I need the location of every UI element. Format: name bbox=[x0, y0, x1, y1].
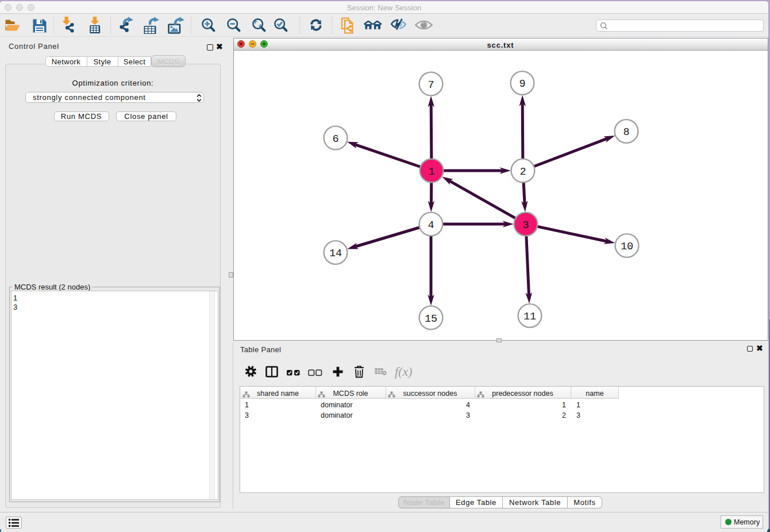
svg-text:8: 8 bbox=[623, 126, 629, 138]
svg-text:15: 15 bbox=[425, 313, 437, 325]
svg-text:1: 1 bbox=[428, 166, 434, 178]
svg-text:14: 14 bbox=[329, 248, 342, 260]
svg-text:11: 11 bbox=[523, 311, 536, 323]
svg-text:2: 2 bbox=[519, 166, 526, 178]
svg-text:7: 7 bbox=[428, 79, 434, 91]
svg-text:4: 4 bbox=[428, 219, 434, 232]
svg-text:10: 10 bbox=[621, 241, 633, 253]
svg-text:9: 9 bbox=[519, 78, 525, 90]
svg-text:6: 6 bbox=[332, 133, 338, 145]
svg-text:3: 3 bbox=[522, 219, 529, 232]
